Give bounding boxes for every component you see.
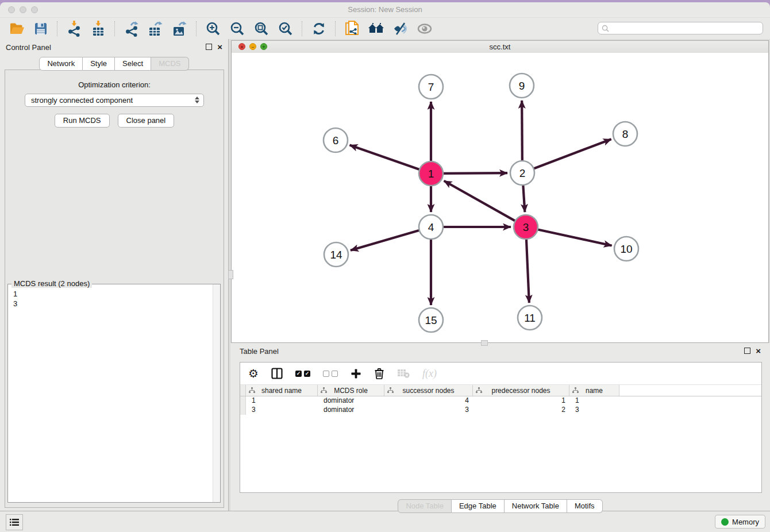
add-column-icon[interactable] — [351, 368, 361, 379]
float-panel-icon[interactable] — [206, 44, 212, 50]
clone-network-icon[interactable] — [343, 21, 361, 37]
select-all-checkboxes-icon[interactable]: ✓✓ — [295, 371, 310, 377]
table-toolbar: ⚙ ✓✓ — [240, 363, 761, 385]
table-cell[interactable]: 2 — [473, 406, 569, 415]
node-label-8: 8 — [622, 128, 629, 140]
control-panel-header: Control Panel × — [0, 39, 228, 54]
save-icon[interactable] — [32, 21, 50, 37]
delete-icon[interactable] — [374, 368, 384, 379]
tab-network-table[interactable]: Network Table — [505, 499, 567, 513]
close-table-panel-icon[interactable]: × — [756, 348, 761, 354]
float-table-panel-icon[interactable] — [744, 348, 750, 354]
network-maximize-icon[interactable]: + — [260, 43, 267, 50]
hide-graphics-details-icon[interactable] — [391, 21, 410, 37]
task-history-button[interactable] — [6, 514, 23, 530]
table-panel-header: Table Panel × — [230, 343, 770, 358]
tab-mcds[interactable]: MCDS — [151, 57, 188, 71]
search-field[interactable] — [598, 22, 763, 34]
status-bar: Memory — [0, 511, 770, 532]
gear-icon[interactable]: ⚙ — [248, 368, 259, 379]
show-graphics-details-icon[interactable] — [415, 21, 434, 37]
export-network-icon[interactable] — [122, 21, 141, 37]
column-header-predecessor-nodes[interactable]: predecessor nodes — [473, 385, 569, 396]
column-header-shared-name[interactable]: shared name — [246, 385, 318, 396]
mcds-result-item: 1 — [13, 289, 213, 299]
tab-node-table[interactable]: Node Table — [398, 499, 452, 513]
table-cell[interactable]: 3 — [246, 406, 318, 415]
close-window-icon[interactable] — [8, 6, 15, 13]
table-cell[interactable]: 1 — [569, 396, 619, 406]
node-label-6: 6 — [333, 134, 339, 147]
memory-button[interactable]: Memory — [715, 515, 765, 529]
close-panel-button[interactable]: Close panel — [118, 114, 175, 128]
import-network-icon[interactable] — [65, 21, 83, 37]
run-mcds-button[interactable]: Run MCDS — [55, 114, 110, 128]
zoom-window-icon[interactable] — [31, 6, 38, 13]
edge-2-3[interactable] — [523, 184, 525, 212]
tab-motifs[interactable]: Motifs — [567, 499, 603, 513]
edge-1-2[interactable] — [442, 173, 507, 174]
export-table-icon[interactable] — [147, 21, 165, 37]
column-header-label: shared name — [261, 387, 302, 395]
zoom-out-icon[interactable] — [228, 21, 247, 37]
table-row[interactable]: 3dominator323 — [240, 406, 761, 415]
tab-edge-table[interactable]: Edge Table — [452, 499, 505, 513]
mcds-result-list[interactable]: 13 — [9, 288, 213, 502]
edge-3-1[interactable] — [444, 181, 517, 222]
refresh-icon[interactable] — [310, 21, 328, 37]
column-header-MCDS-role[interactable]: MCDS role — [318, 385, 384, 396]
edge-2-9[interactable] — [522, 101, 522, 162]
zoom-selected-icon[interactable] — [276, 21, 295, 37]
export-image-icon[interactable] — [171, 21, 189, 37]
function-builder-icon: f(x) — [422, 368, 437, 380]
open-icon[interactable] — [7, 21, 26, 37]
result-scrollbar[interactable] — [213, 284, 220, 502]
home-icon[interactable] — [367, 21, 386, 37]
edge-1-6[interactable] — [350, 145, 421, 170]
network-graph[interactable]: 7968124314101511 — [232, 53, 768, 342]
table-panel-title: Table Panel — [230, 343, 770, 356]
column-header-successor-nodes[interactable]: successor nodes — [384, 385, 473, 396]
vertical-splitter-handle[interactable] — [228, 270, 233, 279]
tab-select[interactable]: Select — [115, 57, 151, 71]
network-minimize-icon[interactable]: − — [249, 43, 256, 50]
zoom-in-icon[interactable] — [204, 21, 222, 37]
search-input[interactable] — [609, 24, 763, 33]
network-canvas[interactable]: 7968124314101511 — [232, 53, 768, 342]
table-cell[interactable]: 1 — [473, 396, 569, 406]
import-table-icon[interactable] — [89, 21, 107, 37]
memory-label: Memory — [732, 518, 759, 526]
edge-2-8[interactable] — [533, 139, 611, 169]
table-cell[interactable]: 4 — [384, 396, 473, 406]
zoom-fit-icon[interactable] — [252, 21, 271, 37]
edge-3-10[interactable] — [537, 229, 612, 245]
row-gutter — [240, 406, 246, 415]
table-cell[interactable]: dominator — [318, 406, 384, 415]
edge-4-14[interactable] — [351, 230, 421, 250]
node-label-11: 11 — [524, 312, 536, 324]
table-row[interactable]: 1dominator411 — [240, 396, 761, 406]
column-layout-icon[interactable] — [271, 368, 283, 379]
table-cell[interactable]: 1 — [246, 396, 318, 406]
table-cell[interactable]: 3 — [569, 406, 619, 415]
node-label-3: 3 — [523, 221, 529, 233]
column-header-label: MCDS role — [334, 387, 368, 395]
network-close-icon[interactable]: × — [238, 43, 245, 50]
deselect-checkboxes-icon[interactable] — [323, 371, 338, 377]
table-body: 1dominator4113dominator323 — [240, 396, 761, 415]
edge-3-11[interactable] — [526, 238, 529, 303]
column-header-name[interactable]: name — [569, 385, 619, 396]
tab-network[interactable]: Network — [39, 57, 83, 71]
minimize-window-icon[interactable] — [20, 6, 26, 13]
control-panel: Control Panel × NetworkStyleSelectMCDS O… — [0, 39, 229, 511]
window-traffic-lights[interactable] — [8, 6, 38, 13]
close-panel-icon[interactable]: × — [217, 44, 222, 50]
tab-style[interactable]: Style — [83, 57, 115, 71]
criterion-select[interactable]: strongly connected component — [25, 94, 204, 107]
network-window-titlebar[interactable]: × − + scc.txt — [232, 41, 768, 53]
table-cell[interactable]: dominator — [318, 396, 384, 406]
table-cell[interactable]: 3 — [384, 406, 473, 415]
horizontal-splitter-handle[interactable] — [481, 340, 488, 346]
node-label-4: 4 — [428, 221, 434, 233]
node-table-container: ⚙ ✓✓ — [240, 362, 762, 493]
